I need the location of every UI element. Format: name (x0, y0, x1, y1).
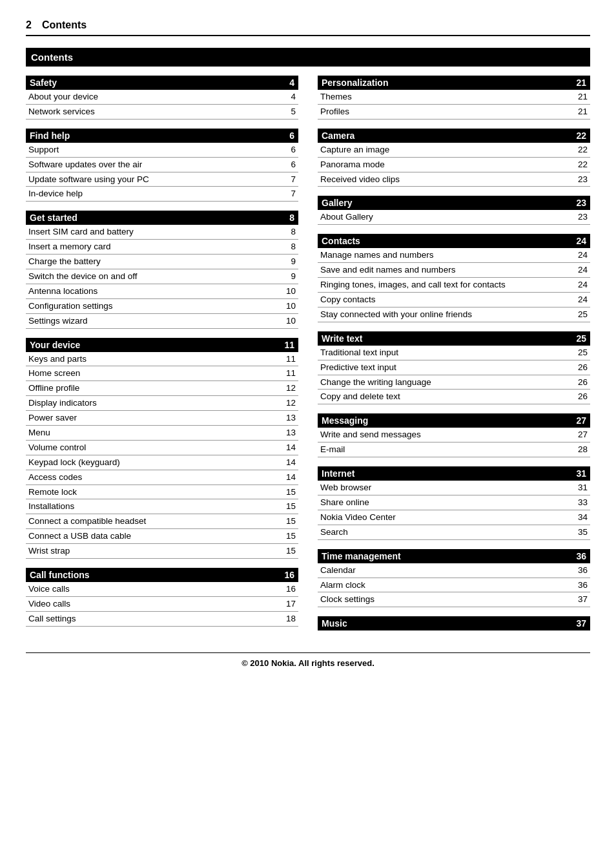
section-header-camera: Camera22 (318, 129, 590, 143)
toc-item: Connect a USB data cable15 (26, 529, 298, 544)
toc-item-label: Network services (28, 106, 291, 118)
toc-item-num: 34 (578, 512, 588, 524)
section-header-write-text: Write text25 (318, 331, 590, 346)
toc-item-label: Software updates over the air (28, 159, 291, 171)
toc-item-num: 8 (291, 241, 296, 253)
section-header-music: Music37 (318, 616, 590, 630)
toc-item: Antenna locations10 (26, 284, 298, 299)
toc-item: Home screen11 (26, 366, 298, 381)
toc-item-label: Voice calls (28, 583, 286, 596)
toc-item-label: Traditional text input (320, 347, 578, 359)
toc-item: Clock settings37 (318, 592, 590, 607)
section-num-internet: 31 (576, 468, 586, 479)
toc-item-label: Save and edit names and numbers (320, 264, 578, 276)
toc-item: Predictive text input26 (318, 360, 590, 375)
section-num-find-help: 6 (289, 130, 294, 141)
toc-item: Calendar36 (318, 563, 590, 578)
toc-item-num: 28 (578, 444, 588, 456)
toc-item-label: About your device (28, 91, 291, 103)
section-messaging: Messaging27Write and send messages27E-ma… (318, 413, 590, 457)
toc-item-label: Keypad lock (keyguard) (28, 457, 286, 469)
toc-item-num: 10 (286, 315, 296, 328)
toc-item: Charge the battery9 (26, 255, 298, 269)
toc-item: Ringing tones, images, and call text for… (318, 278, 590, 293)
toc-item-label: Settings wizard (28, 315, 286, 328)
toc-item: Remote lock15 (26, 485, 298, 500)
toc-item-label: Keys and parts (28, 353, 286, 366)
toc-item-label: About Gallery (320, 211, 578, 224)
section-music: Music37 (318, 616, 590, 630)
toc-item-num: 7 (291, 188, 296, 200)
toc-item-num: 14 (286, 472, 296, 484)
page-header: 2 Contents (26, 19, 590, 36)
left-column: Safety4About your device4Network service… (26, 76, 298, 640)
section-header-get-started: Get started8 (26, 211, 298, 225)
toc-item: Capture an image22 (318, 143, 590, 158)
toc-item-num: 9 (291, 256, 296, 268)
section-title-personalization: Personalization (322, 78, 388, 88)
toc-item-num: 21 (578, 106, 588, 118)
toc-item-num: 36 (578, 565, 588, 577)
toc-item-num: 15 (286, 545, 296, 557)
toc-item: Write and send messages27 (318, 428, 590, 443)
toc-item-num: 8 (291, 226, 296, 238)
toc-item: Call settings18 (26, 612, 298, 627)
toc-item-label: Capture an image (320, 144, 578, 156)
toc-item: Insert a memory card8 (26, 240, 298, 255)
toc-item: In-device help7 (26, 187, 298, 202)
toc-item-num: 13 (286, 412, 296, 424)
toc-item-num: 24 (578, 249, 588, 262)
toc-item-num: 35 (578, 526, 588, 539)
toc-item-label: Write and send messages (320, 429, 578, 441)
toc-item-label: Stay connected with your online friends (320, 309, 578, 321)
toc-item-label: Profiles (320, 106, 578, 118)
section-num-contacts: 24 (576, 236, 586, 246)
section-title-get-started: Get started (30, 213, 77, 223)
toc-item-num: 23 (578, 211, 588, 224)
copyright-text: © 2010 Nokia. All rights reserved. (241, 658, 375, 668)
toc-item: Keypad lock (keyguard)14 (26, 455, 298, 470)
right-column: Personalization21Themes21Profiles21Camer… (318, 76, 590, 640)
toc-item-num: 33 (578, 497, 588, 509)
toc-item-label: Copy and delete text (320, 391, 578, 403)
section-header-find-help: Find help6 (26, 129, 298, 143)
section-num-time-management: 36 (576, 551, 586, 561)
section-title-camera: Camera (322, 130, 354, 141)
toc-item-label: Connect a compatible headset (28, 516, 286, 528)
toc-item-num: 7 (291, 174, 296, 186)
toc-item-label: Calendar (320, 565, 578, 577)
toc-item-label: Search (320, 526, 578, 539)
toc-item: Web browser31 (318, 481, 590, 495)
toc-item: About Gallery23 (318, 210, 590, 225)
toc-item-label: Antenna locations (28, 286, 286, 298)
toc-item: Configuration settings10 (26, 299, 298, 314)
toc-item-label: Menu (28, 427, 286, 439)
toc-item-label: Volume control (28, 442, 286, 454)
toc-item-num: 25 (578, 347, 588, 359)
toc-item-num: 26 (578, 377, 588, 389)
toc-item-label: Charge the battery (28, 256, 291, 268)
toc-item: Voice calls16 (26, 582, 298, 597)
toc-item: Insert SIM card and battery8 (26, 225, 298, 240)
section-title-find-help: Find help (30, 130, 70, 141)
toc-item-label: Offline profile (28, 382, 286, 395)
section-personalization: Personalization21Themes21Profiles21 (318, 76, 590, 120)
toc-item: E-mail28 (318, 443, 590, 457)
section-call-functions: Call functions16Voice calls16Video calls… (26, 568, 298, 627)
page-footer: © 2010 Nokia. All rights reserved. (26, 652, 590, 668)
toc-item-label: Installations (28, 501, 286, 513)
toc-item-label: Display indicators (28, 397, 286, 410)
toc-item-num: 9 (291, 271, 296, 283)
toc-item: Manage names and numbers24 (318, 248, 590, 263)
toc-item: Change the writing language26 (318, 375, 590, 390)
section-contacts: Contacts24Manage names and numbers24Save… (318, 234, 590, 322)
toc-item-label: Insert a memory card (28, 241, 291, 253)
toc-item: Alarm clock36 (318, 578, 590, 593)
toc-item-num: 24 (578, 279, 588, 291)
toc-item-label: Connect a USB data cable (28, 530, 286, 543)
section-your-device: Your device11Keys and parts11Home screen… (26, 338, 298, 559)
toc-item-num: 11 (286, 368, 296, 380)
toc-item-num: 10 (286, 286, 296, 298)
toc-item-label: Support (28, 144, 291, 156)
toc-item-label: Received video clips (320, 174, 578, 186)
